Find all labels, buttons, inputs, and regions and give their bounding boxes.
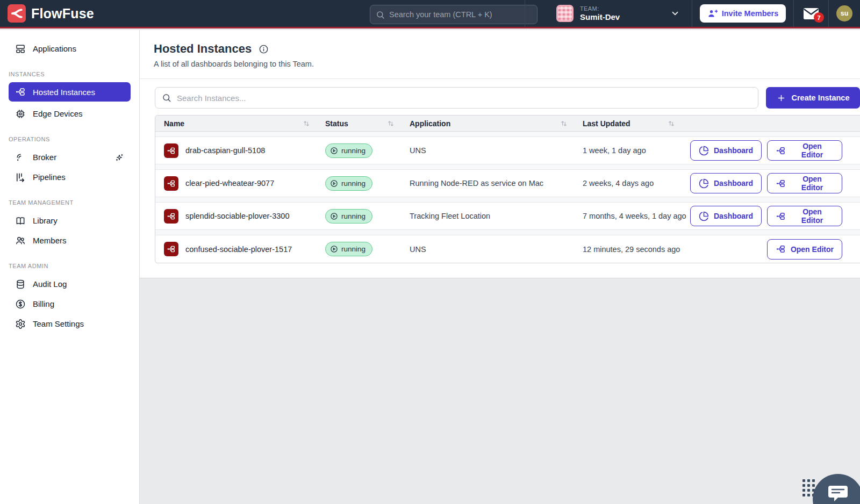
- chip-icon: [15, 109, 26, 119]
- open-editor-button[interactable]: Open Editor: [767, 173, 842, 193]
- instance-name: drab-caspian-gull-5108: [185, 146, 265, 155]
- sort-icon[interactable]: [387, 120, 395, 127]
- last-updated: 12 minutes, 29 seconds ago: [583, 245, 690, 254]
- last-updated: 1 week, 1 day ago: [583, 146, 690, 155]
- invite-members-button[interactable]: Invite Members: [700, 4, 786, 23]
- column-label: Application: [410, 119, 450, 128]
- info-icon[interactable]: [259, 44, 269, 54]
- open-editor-label: Open Editor: [791, 175, 834, 192]
- status-badge: running: [325, 143, 372, 158]
- status-badge: running: [325, 242, 372, 256]
- last-updated: 2 weeks, 4 days ago: [583, 179, 690, 188]
- column-header-application[interactable]: Application: [410, 119, 583, 128]
- invite-members-label: Invite Members: [722, 9, 779, 18]
- node-red-icon: [164, 143, 178, 158]
- node-flow-icon: [776, 178, 786, 189]
- sidebar-item-label: Broker: [33, 153, 56, 162]
- pipelines-icon: [15, 172, 26, 183]
- last-updated: 7 months, 4 weeks, 1 day ago: [583, 212, 690, 220]
- table-row[interactable]: confused-sociable-plover-1517 running UN…: [155, 235, 860, 263]
- sidebar-item-billing[interactable]: Billing: [0, 294, 139, 314]
- team-avatar: [556, 5, 574, 22]
- node-flow-icon: [776, 244, 786, 254]
- open-editor-button[interactable]: Open Editor: [767, 140, 842, 161]
- sparkles-icon: [114, 153, 124, 162]
- status-label: running: [341, 179, 366, 188]
- sidebar-item-edge-devices[interactable]: Edge Devices: [0, 104, 139, 124]
- instances-search-input[interactable]: [177, 93, 751, 103]
- instance-name: clear-pied-wheatear-9077: [185, 179, 274, 188]
- chat-bubble-icon: [827, 484, 849, 503]
- dashboard-label: Dashboard: [714, 212, 753, 220]
- page-title: Hosted Instances: [154, 42, 252, 56]
- sidebar-item-label: Members: [33, 236, 67, 245]
- sidebar-item-audit-log[interactable]: Audit Log: [0, 274, 139, 294]
- flowfuse-logo-icon: [8, 4, 26, 23]
- pie-chart-icon: [699, 146, 709, 156]
- column-header-status[interactable]: Status: [325, 119, 410, 128]
- sidebar-item-hosted-instances[interactable]: Hosted Instances: [9, 82, 131, 102]
- sidebar-item-applications[interactable]: Applications: [0, 39, 139, 59]
- sort-icon[interactable]: [303, 120, 310, 127]
- node-red-icon: [164, 209, 178, 224]
- page-subtitle: A list of all dashboards belonging to th…: [154, 60, 846, 68]
- play-circle-icon: [330, 212, 338, 220]
- sidebar-section-operations: OPERATIONS: [0, 136, 139, 142]
- sidebar-item-label: Team Settings: [33, 319, 84, 328]
- status-label: running: [341, 212, 366, 220]
- dollar-circle-icon: [15, 299, 26, 309]
- top-navbar: FlowFuse TEAM: Sumit-Dev Invite Members …: [0, 0, 860, 28]
- page-header: Hosted Instances A list of all dashboard…: [140, 30, 860, 79]
- table-row[interactable]: clear-pied-wheatear-9077 running Running…: [155, 169, 860, 197]
- table-row[interactable]: splendid-sociable-plover-3300 running Tr…: [155, 202, 860, 230]
- main-content: Hosted Instances A list of all dashboard…: [140, 30, 860, 504]
- play-circle-icon: [330, 245, 338, 253]
- sidebar-item-label: Billing: [33, 299, 54, 308]
- dashboard-button[interactable]: Dashboard: [690, 206, 762, 226]
- sidebar-item-label: Pipelines: [33, 172, 66, 182]
- column-label: Last Updated: [583, 119, 630, 128]
- open-editor-button[interactable]: Open Editor: [767, 206, 842, 226]
- node-red-icon: [164, 242, 178, 256]
- sort-icon[interactable]: [560, 120, 568, 127]
- sidebar-item-team-settings[interactable]: Team Settings: [0, 314, 139, 334]
- column-label: Name: [164, 119, 184, 128]
- sidebar-item-label: Audit Log: [33, 279, 67, 289]
- dashboard-button[interactable]: Dashboard: [690, 173, 762, 193]
- database-icon: [15, 279, 26, 290]
- dashboard-button[interactable]: Dashboard: [690, 140, 762, 161]
- instances-search-box: [155, 87, 758, 109]
- create-instance-button[interactable]: Create Instance: [766, 87, 860, 109]
- sidebar-section-team-admin: TEAM ADMIN: [0, 263, 139, 269]
- dashboard-label: Dashboard: [714, 146, 753, 155]
- table-row[interactable]: drab-caspian-gull-5108 running UNS 1 wee…: [155, 136, 860, 164]
- team-selector[interactable]: TEAM: Sumit-Dev: [525, 0, 692, 27]
- team-name: Sumit-Dev: [580, 12, 620, 21]
- broadcast-icon: [15, 152, 26, 163]
- search-icon: [162, 93, 171, 103]
- pie-chart-icon: [699, 211, 709, 221]
- sidebar-item-pipelines[interactable]: Pipelines: [0, 167, 139, 187]
- book-icon: [15, 215, 26, 226]
- status-badge: running: [325, 209, 372, 224]
- column-header-last-updated[interactable]: Last Updated: [583, 119, 690, 128]
- instance-name: confused-sociable-plover-1517: [185, 245, 292, 254]
- brand[interactable]: FlowFuse: [0, 4, 94, 23]
- play-circle-icon: [330, 147, 338, 155]
- column-header-name[interactable]: Name: [155, 119, 325, 128]
- status-label: running: [341, 245, 366, 253]
- notification-badge: 7: [814, 12, 824, 23]
- team-search-input[interactable]: [389, 10, 532, 19]
- sort-icon[interactable]: [668, 120, 675, 127]
- notifications-button[interactable]: 7: [794, 0, 828, 27]
- plus-icon: [777, 93, 786, 103]
- sidebar-item-broker[interactable]: Broker: [0, 147, 139, 167]
- user-avatar[interactable]: su: [836, 5, 852, 21]
- open-editor-button[interactable]: Open Editor: [767, 239, 842, 260]
- users-icon: [15, 235, 26, 246]
- sidebar-item-label: Library: [33, 216, 58, 225]
- sidebar-item-members[interactable]: Members: [0, 231, 139, 250]
- team-label: TEAM:: [580, 5, 620, 12]
- sidebar-item-library[interactable]: Library: [0, 211, 139, 231]
- node-flow-icon: [776, 146, 786, 156]
